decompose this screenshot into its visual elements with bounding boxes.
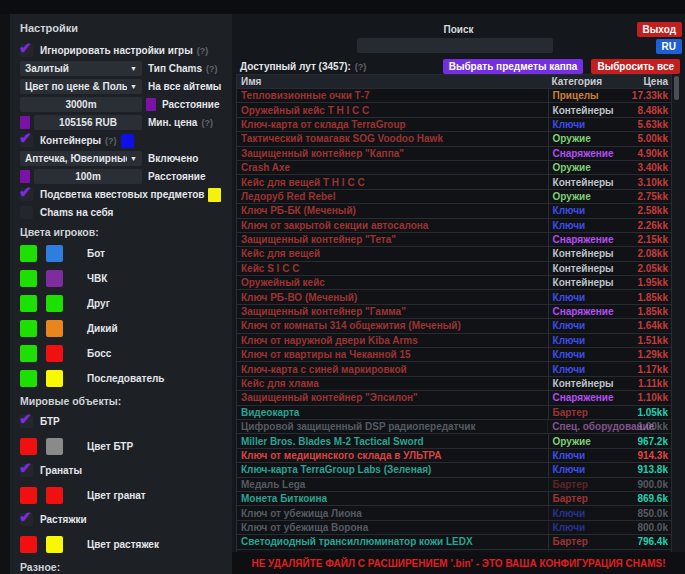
help-hint: (?) <box>105 136 117 146</box>
secondary-color-swatch[interactable] <box>46 438 63 455</box>
secondary-color-swatch[interactable] <box>46 345 63 362</box>
min-price-input[interactable]: 105156 RUB <box>34 115 142 130</box>
secondary-color-swatch[interactable] <box>46 487 63 504</box>
table-row[interactable]: Ключ от убежища ЛионаКлючи850.0k <box>237 505 671 519</box>
secondary-color-swatch[interactable] <box>46 295 63 312</box>
secondary-color-swatch[interactable] <box>46 320 63 337</box>
player-color-row: Бот <box>20 245 222 262</box>
containers-color-swatch[interactable] <box>121 134 134 148</box>
table-row[interactable]: Ключ-карта TerraGroup Labs (Зеленая)Ключ… <box>237 462 671 476</box>
table-row[interactable]: Ключ от наружной двери Kiba ArmsКлючи1.5… <box>237 333 671 347</box>
table-row[interactable]: Кейс для вещейКонтейнеры2.08kk <box>237 246 671 260</box>
chams-self-checkbox[interactable] <box>20 206 33 219</box>
containers-types-label: Включено <box>148 153 198 164</box>
table-row[interactable]: Ключ от медицинского склада в УЛЬТРАКлюч… <box>237 448 671 462</box>
loot-category: Снаряжение <box>548 305 632 318</box>
world-object-checkbox[interactable]: ✔ <box>20 415 33 428</box>
check-icon: ✔ <box>19 459 32 477</box>
world-object-checkbox[interactable]: ✔ <box>20 513 33 526</box>
table-row[interactable]: Светодиодный трансиллюминатор кожи LEDXБ… <box>237 534 671 548</box>
primary-color-swatch[interactable] <box>20 345 37 362</box>
table-row[interactable]: Защищенный контейнер "Тета"Снаряжение2.1… <box>237 232 671 246</box>
loot-price: 1.29kk <box>631 349 671 360</box>
loot-price: 2.15kk <box>631 234 671 245</box>
table-row[interactable]: Кейс для вещей T H I C CКонтейнеры3.10kk <box>237 174 671 188</box>
table-row[interactable]: Защищенный контейнер "Эпсилон"Снаряжение… <box>237 390 671 404</box>
world-object-row: ✔БТР <box>20 414 222 429</box>
exit-button[interactable]: Выход <box>637 22 682 37</box>
min-price-color-swatch[interactable] <box>20 116 30 129</box>
primary-color-swatch[interactable] <box>20 320 37 337</box>
table-row[interactable]: Ключ-карта от склада TerraGroupКлючи5.63… <box>237 117 671 131</box>
table-row[interactable]: Ключ от квартиры на Чеканной 15Ключи1.29… <box>237 347 671 361</box>
containers-distance-input[interactable]: 100m <box>34 169 142 184</box>
containers-types-dropdown[interactable]: Аптечка, Ювелирные и... ▼ <box>20 151 142 166</box>
table-row[interactable]: Ключ от закрытой секции автосалонаКлючи2… <box>237 218 671 232</box>
check-icon: ✔ <box>19 410 32 428</box>
loot-category: Контейнеры <box>548 377 632 390</box>
loot-name: Ледоруб Red Rebel <box>237 191 548 202</box>
all-items-color-dropdown[interactable]: Цвет по цене & Пользователь ▼ <box>20 79 142 94</box>
primary-color-swatch[interactable] <box>20 245 37 262</box>
table-row[interactable]: Ключ РБ-ВО (Меченый)Ключи1.85kk <box>237 289 671 303</box>
primary-color-swatch[interactable] <box>20 295 37 312</box>
select-kappa-items-button[interactable]: Выбрать предметы каппа <box>443 59 584 74</box>
player-color-row-label: ЧВК <box>87 273 107 284</box>
primary-color-swatch[interactable] <box>20 536 37 553</box>
table-row[interactable]: Ключ от комнаты 314 общежития (Меченый)К… <box>237 318 671 332</box>
table-row[interactable]: Цифровой защищенный DSP радиопередатчикС… <box>237 419 671 433</box>
scrollbar-thumb[interactable] <box>674 76 679 100</box>
search-input[interactable] <box>357 38 553 53</box>
table-row[interactable]: Тепловизионные очки Т-7Прицелы17.33kk <box>237 88 671 102</box>
table-row[interactable]: Ключ РБ-БК (Меченый)Ключи2.58kk <box>237 203 671 217</box>
player-color-row-label: Друг <box>87 298 110 309</box>
primary-color-swatch[interactable] <box>20 487 37 504</box>
primary-color-swatch[interactable] <box>20 370 37 387</box>
world-object-checkbox[interactable]: ✔ <box>20 464 33 477</box>
table-row[interactable]: Медаль LegaБартер900.0k <box>237 477 671 491</box>
table-row[interactable]: Оружейный кейсКонтейнеры1.95kk <box>237 275 671 289</box>
table-row[interactable]: Защищенный контейнер "Гамма"Снаряжение1.… <box>237 304 671 318</box>
table-row[interactable]: Crash AxeОружие3.40kk <box>237 160 671 174</box>
loot-category: Бартер <box>548 492 632 505</box>
chams-type-dropdown[interactable]: Залитый ▼ <box>20 61 142 76</box>
loot-name: Кейс для вещей <box>237 248 548 259</box>
secondary-color-swatch[interactable] <box>46 370 63 387</box>
table-row[interactable]: Оружейный кейс T H I C CКонтейнеры8.48kk <box>237 102 671 116</box>
check-icon: ✔ <box>19 183 32 201</box>
table-row[interactable]: Ключ от убежища ВоронаКлючи800.0k <box>237 520 671 534</box>
primary-color-swatch[interactable] <box>20 270 37 287</box>
loot-category: Оружие <box>548 434 632 447</box>
column-header-price[interactable]: Цена <box>631 76 671 87</box>
distance-color-swatch[interactable] <box>146 98 156 111</box>
column-header-category[interactable]: Категория <box>548 76 632 87</box>
loot-category: Ключи <box>548 219 632 232</box>
ignore-game-settings-checkbox[interactable]: ✔ <box>20 44 33 57</box>
secondary-color-swatch[interactable] <box>46 270 63 287</box>
table-row[interactable]: Ключ-карта с синей маркировкойКлючи1.17k… <box>237 361 671 375</box>
loot-name: Светодиодный трансиллюминатор кожи LEDX <box>237 536 548 547</box>
table-scrollbar[interactable] <box>673 74 680 571</box>
loot-price: 2.26kk <box>631 220 671 231</box>
table-row[interactable]: Тактический томагавк SOG Voodoo HawkОруж… <box>237 131 671 145</box>
containers-checkbox[interactable]: ✔ <box>20 134 33 147</box>
column-header-name[interactable]: Имя <box>237 76 548 87</box>
quest-color-swatch[interactable] <box>208 188 221 202</box>
primary-color-swatch[interactable] <box>20 438 37 455</box>
quest-highlight-checkbox[interactable]: ✔ <box>20 188 33 201</box>
secondary-color-swatch[interactable] <box>46 536 63 553</box>
table-row[interactable]: Защищенный контейнер "Каппа"Снаряжение4.… <box>237 146 671 160</box>
table-row[interactable]: ВидеокартаБартер1.05kk <box>237 405 671 419</box>
player-colors-title: Цвета игроков: <box>20 226 222 238</box>
table-row[interactable]: Кейс S I C CКонтейнеры2.05kk <box>237 261 671 275</box>
language-button[interactable]: RU <box>656 39 682 54</box>
secondary-color-swatch[interactable] <box>46 245 63 262</box>
table-row[interactable]: Ледоруб Red RebelОружие2.75kk <box>237 189 671 203</box>
loot-panel: Поиск Выход RU Доступный лут (3457): (?)… <box>232 14 685 574</box>
table-row[interactable]: Miller Bros. Blades M-2 Tactical SwordОр… <box>237 433 671 447</box>
containers-distance-swatch[interactable] <box>20 170 30 183</box>
loot-distance-input[interactable]: 3000m <box>20 97 142 112</box>
table-row[interactable]: Монета БиткоинаБартер869.6k <box>237 491 671 505</box>
dump-all-button[interactable]: Выбросить все <box>591 59 680 74</box>
table-row[interactable]: Кейс для хламаКонтейнеры1.11kk <box>237 376 671 390</box>
